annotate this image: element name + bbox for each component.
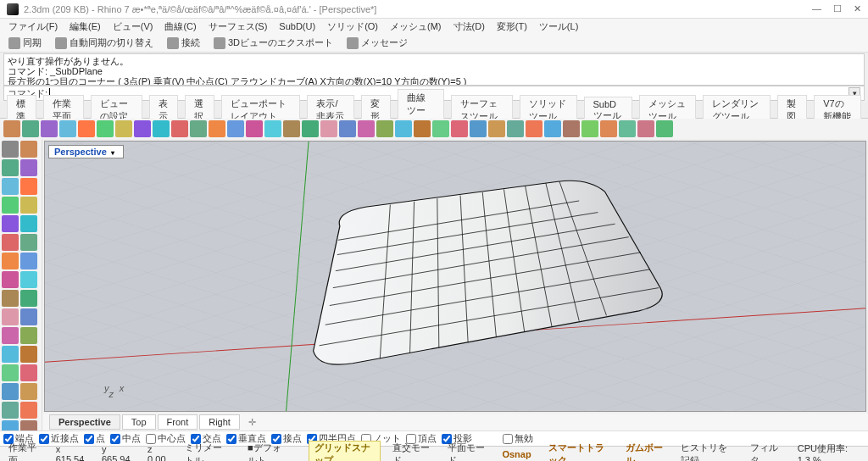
tool-icon[interactable]: [59, 120, 76, 137]
side-tool-icon[interactable]: [20, 346, 37, 363]
side-tool-icon[interactable]: [2, 346, 19, 363]
tool-icon[interactable]: [619, 120, 636, 137]
tool-icon[interactable]: [246, 120, 263, 137]
quick-tool[interactable]: メッセージ: [342, 35, 413, 51]
side-tool-icon[interactable]: [2, 159, 19, 176]
tool-icon[interactable]: [22, 120, 39, 137]
side-tool-icon[interactable]: [20, 271, 37, 288]
side-tool-icon[interactable]: [2, 215, 19, 232]
tool-icon[interactable]: [115, 120, 132, 137]
tool-icon[interactable]: [134, 120, 151, 137]
viewport-title-dropdown[interactable]: Perspective: [48, 145, 124, 158]
status-ortho[interactable]: 直交モード: [387, 442, 436, 462]
status-gumball[interactable]: ガムボール: [620, 442, 669, 462]
side-tool-icon[interactable]: [20, 253, 37, 269]
menu-item[interactable]: 寸法(D): [448, 19, 490, 35]
side-tool-icon[interactable]: [20, 383, 37, 400]
quick-tool[interactable]: 3Dビューのエクスポート: [209, 35, 338, 51]
quick-tool[interactable]: 同期: [3, 35, 47, 51]
tool-icon[interactable]: [153, 120, 170, 137]
tool-icon[interactable]: [320, 120, 337, 137]
side-tool-icon[interactable]: [20, 290, 37, 307]
tool-icon[interactable]: [581, 120, 598, 137]
tool-icon[interactable]: [283, 120, 300, 137]
tool-icon[interactable]: [544, 120, 561, 137]
side-tool-icon[interactable]: [20, 234, 37, 251]
tool-icon[interactable]: [3, 120, 20, 137]
status-unit[interactable]: ミリメートル: [180, 442, 236, 462]
side-tool-icon[interactable]: [20, 197, 37, 214]
viewport-tab[interactable]: Right: [199, 414, 240, 430]
menu-item[interactable]: 編集(E): [64, 19, 106, 35]
tool-icon[interactable]: [227, 120, 244, 137]
side-tool-icon[interactable]: [2, 271, 19, 288]
tool-icon[interactable]: [209, 120, 225, 137]
osnap-disable[interactable]: 無効: [503, 432, 533, 445]
minimize-button[interactable]: —: [812, 3, 821, 14]
side-tool-icon[interactable]: [2, 197, 19, 214]
tool-icon[interactable]: [97, 120, 114, 137]
side-tool-icon[interactable]: [2, 402, 19, 419]
side-tool-icon[interactable]: [20, 327, 37, 344]
viewport-tab[interactable]: Perspective: [49, 414, 120, 430]
status-osnap[interactable]: Osnap: [497, 449, 536, 459]
status-history[interactable]: ヒストリを記録: [676, 442, 738, 462]
menu-item[interactable]: 曲線(C): [159, 19, 201, 35]
tool-icon[interactable]: [507, 120, 524, 137]
side-tool-icon[interactable]: [2, 253, 19, 269]
side-tool-icon[interactable]: [20, 215, 37, 232]
tool-icon[interactable]: [637, 120, 654, 137]
side-tool-icon[interactable]: [20, 402, 37, 419]
side-tool-icon[interactable]: [20, 364, 37, 381]
tool-icon[interactable]: [414, 120, 431, 137]
quick-tool[interactable]: 自動同期の切り替え: [50, 35, 159, 51]
menu-item[interactable]: ソリッド(O): [322, 19, 383, 35]
menu-item[interactable]: 変形(T): [492, 19, 532, 35]
tool-icon[interactable]: [358, 120, 375, 137]
viewport-tab[interactable]: Top: [122, 414, 156, 430]
status-layer[interactable]: ■デフォルト: [242, 442, 295, 462]
status-smart-track[interactable]: スマートトラック: [543, 442, 614, 462]
menu-item[interactable]: ツール(L): [534, 19, 583, 35]
viewport-perspective[interactable]: Perspective: [44, 141, 866, 412]
quick-tool[interactable]: 接続: [162, 35, 205, 51]
side-tool-icon[interactable]: [20, 141, 37, 158]
close-button[interactable]: ✕: [854, 3, 861, 14]
tool-icon[interactable]: [470, 120, 487, 137]
tool-icon[interactable]: [451, 120, 468, 137]
menu-item[interactable]: ファイル(F): [3, 19, 63, 35]
side-tool-icon[interactable]: [2, 178, 19, 195]
side-tool-icon[interactable]: [2, 234, 19, 251]
status-filter[interactable]: フィルタ: [745, 442, 786, 462]
tool-icon[interactable]: [656, 120, 673, 137]
status-grid-snap[interactable]: グリッドスナップ: [309, 441, 381, 462]
tool-icon[interactable]: [171, 120, 188, 137]
side-tool-icon[interactable]: [20, 159, 37, 176]
side-tool-icon[interactable]: [20, 178, 37, 195]
tool-icon[interactable]: [395, 120, 412, 137]
tool-icon[interactable]: [264, 120, 281, 137]
tool-icon[interactable]: [600, 120, 617, 137]
tool-icon[interactable]: [526, 120, 542, 137]
tool-icon[interactable]: [190, 120, 207, 137]
menu-item[interactable]: ビュー(V): [108, 19, 159, 35]
maximize-button[interactable]: ☐: [833, 3, 842, 14]
tool-icon[interactable]: [488, 120, 505, 137]
tool-icon[interactable]: [41, 120, 58, 137]
side-tool-icon[interactable]: [2, 327, 19, 344]
side-tool-icon[interactable]: [2, 308, 19, 325]
menu-item[interactable]: メッシュ(M): [385, 19, 447, 35]
side-tool-icon[interactable]: [2, 290, 19, 307]
menu-item[interactable]: SubD(U): [274, 19, 320, 33]
menu-item[interactable]: サーフェス(S): [203, 19, 273, 35]
side-tool-icon[interactable]: [2, 383, 19, 400]
tool-icon[interactable]: [563, 120, 580, 137]
tool-icon[interactable]: [78, 120, 95, 137]
tool-icon[interactable]: [339, 120, 356, 137]
status-planar[interactable]: 平面モード: [442, 442, 491, 462]
tool-icon[interactable]: [432, 120, 449, 137]
status-plane[interactable]: 作業平面: [3, 442, 44, 462]
side-tool-icon[interactable]: [2, 141, 19, 158]
tool-icon[interactable]: [376, 120, 393, 137]
tool-icon[interactable]: [302, 120, 319, 137]
